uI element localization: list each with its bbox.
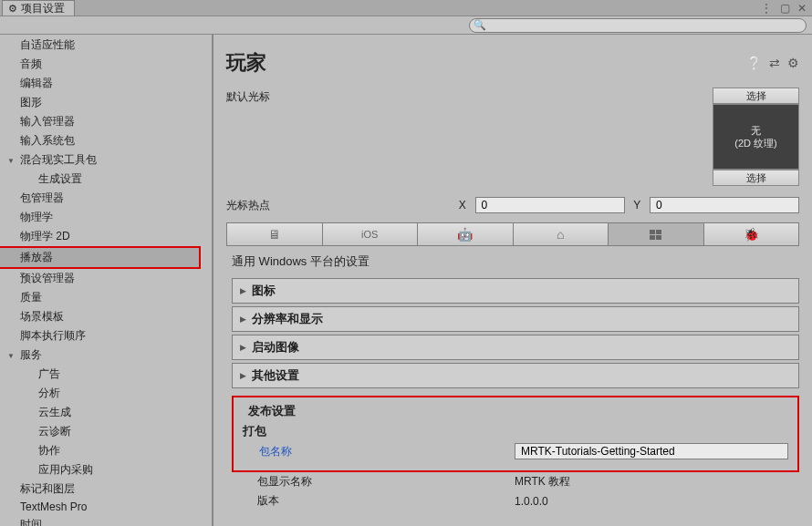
- sidebar-item-iap[interactable]: 应用内采购: [0, 460, 199, 480]
- package-name-label: 包名称: [259, 444, 515, 459]
- version-value: 1.0.0.0: [513, 495, 548, 508]
- sidebar-item-services[interactable]: 服务: [0, 346, 199, 365]
- select-cursor-button-bottom[interactable]: 选择: [713, 170, 799, 186]
- bug-icon: 🐞: [744, 227, 759, 242]
- page-title: 玩家: [226, 49, 266, 77]
- android-icon: 🤖: [457, 227, 473, 242]
- window-controls: ⋮ ▢ ✕: [761, 2, 812, 15]
- y-label: Y: [632, 199, 642, 211]
- sidebar-item-cloud-build[interactable]: 云生成: [0, 403, 199, 422]
- sidebar-item-preset-manager[interactable]: 预设管理器: [0, 269, 199, 288]
- tab-uwp[interactable]: [609, 223, 704, 245]
- sidebar-item-physics[interactable]: 物理学: [0, 208, 199, 227]
- gear-icon: ⚙: [8, 3, 17, 15]
- foldout-splash[interactable]: 启动图像: [232, 335, 799, 360]
- chevron-right-icon: [240, 286, 246, 295]
- sidebar-item-player[interactable]: 播放器: [0, 248, 199, 267]
- package-display-name-label: 包显示名称: [257, 474, 513, 490]
- foldout-icon[interactable]: 图标: [232, 278, 799, 304]
- sidebar-item-scene-template[interactable]: 场景模板: [0, 307, 199, 326]
- cursor-texture-field[interactable]: 无 (2D 纹理): [713, 104, 799, 170]
- window-maximize-icon[interactable]: ▢: [780, 2, 790, 15]
- sidebar-item-time[interactable]: 时间: [0, 515, 199, 526]
- tab-ios[interactable]: iOS: [323, 223, 419, 245]
- tab-other-platform[interactable]: 🐞: [704, 223, 799, 245]
- sidebar-item-ads[interactable]: 广告: [0, 365, 199, 384]
- sidebar-item-editor[interactable]: 编辑器: [0, 74, 199, 93]
- sidebar-item-build-settings[interactable]: 生成设置: [0, 170, 199, 189]
- package-name-input[interactable]: [515, 443, 788, 459]
- ios-icon: iOS: [361, 229, 378, 240]
- foldout-other[interactable]: 其他设置: [232, 363, 799, 388]
- publish-settings-box: 发布设置 打包 包名称: [232, 396, 799, 472]
- default-cursor-label: 默认光标: [226, 88, 527, 105]
- sidebar-item-tags-layers[interactable]: 标记和图层: [0, 480, 199, 499]
- uwp-settings-title: 通用 Windows 平台的设置: [213, 246, 812, 275]
- sidebar-item-graphics[interactable]: 图形: [0, 93, 199, 112]
- html5-icon: ⌂: [557, 227, 564, 242]
- window-close-icon[interactable]: ✕: [797, 2, 807, 15]
- sidebar-item-package-manager[interactable]: 包管理器: [0, 189, 199, 208]
- sidebar-item-collab[interactable]: 协作: [0, 441, 199, 460]
- help-icon[interactable]: ❔: [746, 56, 762, 70]
- tab-standalone[interactable]: 🖥: [227, 223, 323, 245]
- sidebar-item-adaptive-performance[interactable]: 自适应性能: [0, 36, 199, 55]
- sidebar: 自适应性能 音频 编辑器 图形 输入管理器 输入系统包 混合现实工具包 生成设置…: [0, 35, 213, 526]
- hotspot-x-input[interactable]: [475, 197, 625, 213]
- sidebar-item-audio[interactable]: 音频: [0, 55, 199, 74]
- packaging-title: 打包: [243, 419, 788, 441]
- version-label: 版本: [257, 493, 513, 509]
- cursor-hotspot-label: 光标热点: [226, 198, 450, 213]
- sidebar-item-textmeshpro[interactable]: TextMesh Pro: [0, 499, 199, 515]
- sidebar-item-physics2d[interactable]: 物理学 2D: [0, 227, 199, 246]
- texture-type-label: (2D 纹理): [734, 137, 776, 150]
- windows-icon: [650, 230, 661, 240]
- sidebar-item-input-manager[interactable]: 输入管理器: [0, 112, 199, 131]
- foldout-publish[interactable]: 发布设置: [243, 403, 788, 419]
- sidebar-item-cloud-diag[interactable]: 云诊断: [0, 422, 199, 441]
- tab-webgl[interactable]: ⌂: [514, 223, 609, 245]
- window-tab-title: 项目设置: [21, 1, 65, 16]
- foldout-resolution[interactable]: 分辨率和显示: [232, 306, 799, 332]
- settings-gear-icon[interactable]: ⚙: [787, 56, 799, 70]
- detail-pane: 玩家 ❔ ⇄ ⚙ 默认光标 选择 无 (2D 纹理) 选择 光标热点 X Y: [213, 35, 812, 526]
- texture-none-label: 无: [751, 124, 761, 137]
- window-menu-icon[interactable]: ⋮: [761, 2, 773, 15]
- sidebar-item-quality[interactable]: 质量: [0, 288, 199, 307]
- x-label: X: [457, 199, 467, 211]
- presets-icon[interactable]: ⇄: [769, 56, 780, 70]
- select-cursor-button-top[interactable]: 选择: [713, 88, 799, 104]
- sidebar-item-analytics[interactable]: 分析: [0, 384, 199, 403]
- chevron-right-icon: [240, 371, 246, 380]
- hotspot-y-input[interactable]: [650, 197, 799, 213]
- sidebar-item-mrtk[interactable]: 混合现实工具包: [0, 150, 199, 170]
- chevron-right-icon: [240, 315, 246, 324]
- chevron-right-icon: [240, 343, 246, 352]
- tab-android[interactable]: 🤖: [418, 223, 514, 245]
- sidebar-item-script-exec-order[interactable]: 脚本执行顺序: [0, 326, 199, 346]
- monitor-icon: 🖥: [268, 227, 281, 242]
- platform-tabs: 🖥 iOS 🤖 ⌂ 🐞: [226, 222, 799, 246]
- package-display-name-value: MRTK 教程: [513, 474, 570, 490]
- search-input[interactable]: [469, 18, 807, 33]
- window-tab-project-settings[interactable]: ⚙ 项目设置: [2, 0, 75, 15]
- sidebar-item-input-system[interactable]: 输入系统包: [0, 131, 199, 150]
